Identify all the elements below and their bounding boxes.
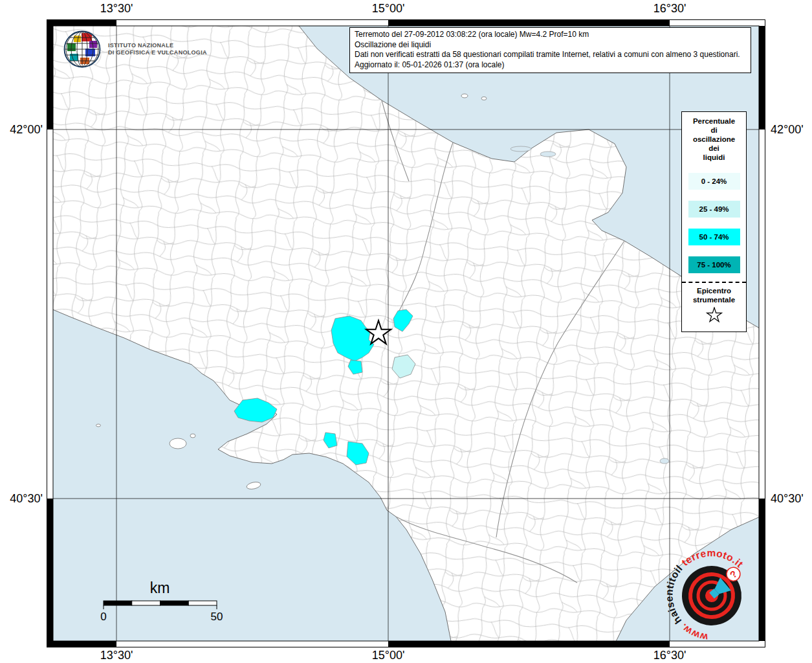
axis-label-top-15-00: 15°00' (372, 2, 405, 16)
scale-bar-end: 50 (211, 611, 223, 623)
legend-epicenter-label: Epicentro strumentale (682, 286, 746, 304)
axis-label-left-42-00: 42°00' (0, 123, 43, 137)
ingv-org-name: ISTITUTO NAZIONALE DI GEOFISICA E VULCAN… (108, 42, 207, 56)
legend-class-0-24: 0 - 24% (688, 173, 740, 190)
axis-label-bottom-15-00: 15°00' (372, 649, 405, 662)
event-info-box: Terremoto del 27-09-2012 03:08:22 (ora l… (349, 27, 751, 73)
island-small-west (96, 424, 101, 427)
axis-label-bottom-13-30: 13°30' (100, 649, 133, 662)
legend-class-25-49: 25 - 49% (688, 201, 740, 218)
map-frame: km 0 50 (47, 19, 765, 647)
island-procida (190, 434, 195, 438)
island-ischia (170, 438, 186, 449)
map-legend: Percentuale di oscillazione dei liquidi … (681, 111, 747, 332)
ingv-globe-icon (62, 29, 102, 69)
axis-label-top-16-30: 16°30' (653, 2, 686, 16)
data-disclaimer: Dati non verificati estratti da 58 quest… (355, 50, 746, 60)
map-subject: Oscillazione dei liquidi (355, 40, 746, 51)
legend-divider (682, 282, 746, 283)
ingv-logo: ISTITUTO NAZIONALE DI GEOFISICA E VULCAN… (62, 29, 207, 69)
island-tremiti-2 (481, 97, 487, 100)
axis-label-left-40-30: 40°30' (0, 492, 43, 506)
legend-title: Percentuale di oscillazione dei liquidi (682, 117, 746, 162)
legend-class-75-100: 75 - 100% (688, 256, 740, 273)
axis-label-top-13-30: 13°30' (100, 2, 133, 16)
axis-label-right-40-30: 40°30' (771, 492, 804, 506)
epicenter-star-icon (705, 307, 723, 324)
map-canvas: km 0 50 (47, 19, 765, 647)
legend-class-50-74: 50 - 74% (688, 229, 740, 245)
macroseismic-map-page: 13°30' 15°00' 16°30' 13°30' 15°00' 16°30… (0, 0, 812, 663)
scale-bar-start: 0 (100, 611, 106, 623)
updated-timestamp: Aggiornato il: 05-01-2026 01:37 (ora loc… (355, 60, 746, 71)
event-title: Terremoto del 27-09-2012 03:08:22 (ora l… (355, 30, 746, 40)
scale-bar-unit: km (150, 579, 170, 596)
island-tremiti-1 (461, 94, 468, 98)
axis-label-right-42-00: 42°00' (771, 123, 804, 137)
axis-label-bottom-16-30: 16°30' (653, 649, 686, 662)
